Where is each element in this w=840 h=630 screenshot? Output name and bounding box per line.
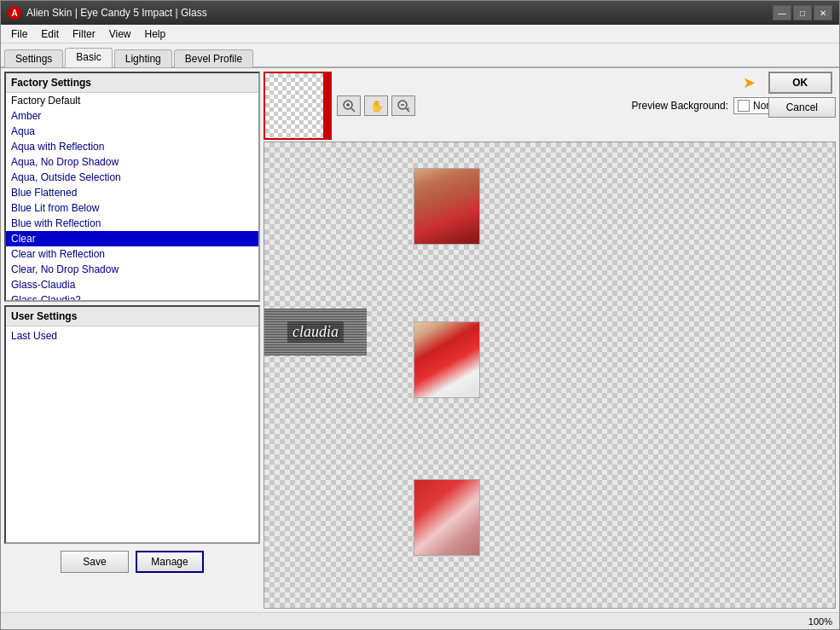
zoom-in-icon (342, 99, 356, 113)
zoom-out-button[interactable]: + (391, 95, 415, 116)
list-item[interactable]: Blue with Reflection (6, 216, 258, 231)
color-swatch (738, 100, 750, 112)
preview-image-2 (414, 321, 480, 398)
left-panel: Factory Settings Factory Default Amber A… (4, 72, 260, 609)
list-item-clear-reflection[interactable]: Clear with Reflection (6, 246, 258, 262)
menu-filter[interactable]: Filter (66, 26, 102, 42)
preview-image-3 (414, 479, 480, 556)
factory-settings-list[interactable]: Factory Default Amber Aqua Aqua with Ref… (6, 93, 258, 300)
svg-line-1 (351, 108, 355, 112)
user-settings-container: User Settings Last Used (4, 305, 260, 544)
preview-image-1 (414, 168, 480, 245)
window-controls: — □ ✕ (773, 5, 832, 20)
thumbnail-background (265, 73, 330, 138)
preview-bg-label: Preview Background: (632, 100, 728, 112)
close-button[interactable]: ✕ (814, 5, 832, 20)
menu-help[interactable]: Help (138, 26, 173, 42)
status-bar: 100% (1, 612, 839, 629)
list-item[interactable]: Aqua, Outside Selection (6, 170, 258, 185)
menu-view[interactable]: View (102, 26, 138, 42)
factory-settings-container: Factory Settings Factory Default Amber A… (4, 72, 260, 302)
factory-settings-header: Factory Settings (6, 73, 258, 93)
list-item[interactable]: Aqua with Reflection (6, 139, 258, 154)
tab-bar: Settings Basic Lighting Bevel Profile (1, 43, 839, 68)
list-item[interactable]: Blue Flattened (6, 185, 258, 200)
tools-bar: ✋ + (335, 94, 417, 118)
maximize-button[interactable]: □ (793, 5, 812, 20)
tab-basic[interactable]: Basic (65, 48, 112, 67)
claudia-text: claudia (287, 321, 344, 343)
menu-file[interactable]: File (4, 26, 34, 42)
svg-text:+: + (406, 105, 410, 113)
save-button[interactable]: Save (61, 551, 129, 573)
preview-area[interactable]: claudia (264, 142, 836, 609)
main-content: Factory Settings Factory Default Amber A… (1, 68, 839, 612)
zoom-out-icon: + (397, 99, 410, 113)
cancel-button[interactable]: Cancel (768, 97, 836, 118)
top-controls: ✋ + Preview Background: (264, 72, 836, 140)
pan-button[interactable]: ✋ (364, 95, 388, 116)
thumbnail-indicator (323, 73, 330, 138)
right-section: ➤ OK Cancel (264, 72, 836, 609)
list-item[interactable]: Glass-Claudia (6, 277, 258, 292)
thumbnail-preview (264, 72, 332, 140)
pan-icon: ✋ (369, 99, 383, 113)
list-item-last-used[interactable]: Last Used (6, 328, 258, 344)
zoom-in-button[interactable] (337, 95, 361, 116)
manage-button[interactable]: Manage (136, 551, 204, 573)
list-item[interactable]: Factory Default (6, 93, 258, 108)
menu-edit[interactable]: Edit (34, 26, 66, 42)
claudia-text-preview: claudia (264, 309, 367, 355)
zoom-level: 100% (808, 616, 832, 627)
user-settings-list[interactable]: Last Used (6, 327, 258, 542)
tab-lighting[interactable]: Lighting (114, 49, 172, 67)
app-icon: A (8, 6, 21, 20)
tab-settings[interactable]: Settings (4, 49, 63, 67)
ok-cancel-area: ➤ OK Cancel (768, 72, 836, 118)
list-item[interactable]: Aqua, No Drop Shadow (6, 154, 258, 170)
list-item[interactable]: Blue Lit from Below (6, 200, 258, 216)
ok-button[interactable]: OK (768, 72, 832, 94)
window-title: Alien Skin | Eye Candy 5 Impact | Glass (26, 7, 773, 19)
user-settings-header: User Settings (6, 307, 258, 327)
minimize-button[interactable]: — (773, 5, 791, 20)
tab-bevel-profile[interactable]: Bevel Profile (174, 49, 253, 67)
list-item[interactable]: Amber (6, 108, 258, 124)
list-item[interactable]: Clear, No Drop Shadow (6, 262, 258, 277)
list-item[interactable]: Glass-Claudia2 (6, 292, 258, 300)
action-buttons: Save Manage (4, 547, 260, 576)
list-item[interactable]: Aqua (6, 124, 258, 139)
menu-bar: File Edit Filter View Help (1, 25, 839, 43)
app-window: A Alien Skin | Eye Candy 5 Impact | Glas… (0, 0, 840, 630)
title-bar: A Alien Skin | Eye Candy 5 Impact | Glas… (1, 1, 839, 25)
svg-text:✋: ✋ (370, 99, 383, 113)
list-item-clear[interactable]: Clear (6, 231, 258, 246)
